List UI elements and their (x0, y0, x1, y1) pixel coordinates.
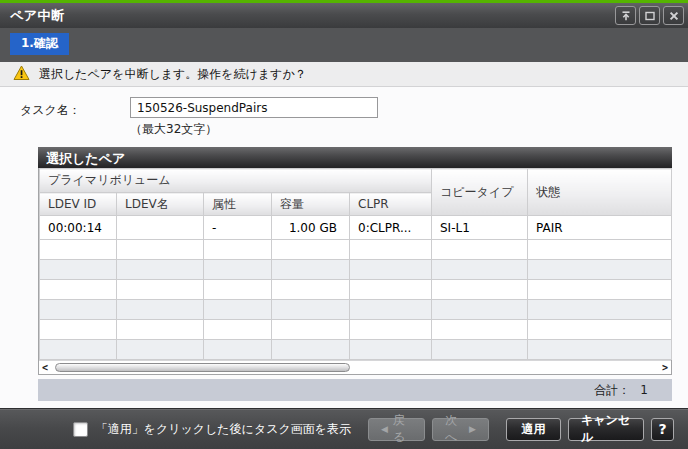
task-name-hint: （最大32文字） (130, 121, 378, 138)
cell-attribute: - (204, 216, 272, 240)
next-button-label: 次へ (445, 412, 464, 446)
task-name-label: タスク名： (20, 102, 130, 138)
back-button-label: 戻る (393, 412, 412, 446)
apply-button[interactable]: 適用 (506, 418, 561, 441)
warning-banner: 選択したペアを中断します。操作を続けますか？ (0, 62, 688, 87)
empty-table-row (40, 260, 672, 280)
cell-capacity: 1.00 GB (272, 216, 350, 240)
selected-pairs-table: 選択したペア プライマリボリューム コピータイプ 状態 LD (38, 147, 672, 401)
collapse-button[interactable] (615, 6, 636, 25)
scroll-right-icon[interactable]: > (659, 361, 671, 375)
warning-message: 選択したペアを中断します。操作を続けますか？ (39, 66, 307, 83)
pairs-table: プライマリボリューム コピータイプ 状態 LDEV ID LDEV名 属性 容量… (39, 168, 672, 360)
step-tab-confirm: 1.確認 (10, 33, 69, 55)
horizontal-scrollbar[interactable]: < > (39, 360, 671, 374)
cell-ldev-name (117, 216, 204, 240)
scrollbar-track[interactable] (51, 361, 659, 375)
scroll-left-icon[interactable]: < (39, 361, 51, 375)
empty-table-row (40, 320, 672, 340)
scrollbar-thumb[interactable] (55, 363, 350, 372)
column-header-ldev-name: LDEV名 (117, 193, 204, 216)
empty-table-row (40, 240, 672, 260)
table-title: 選択したペア (38, 147, 672, 168)
column-header-clpr: CLPR (350, 193, 432, 216)
show-task-screen-option: 「適用」をクリックした後にタスク画面を表示 (73, 421, 351, 438)
column-header-ldev-id: LDEV ID (40, 193, 117, 216)
close-icon (668, 10, 680, 22)
next-arrow-icon: ▶ (469, 424, 476, 434)
total-label: 合計： (594, 382, 630, 399)
show-task-screen-checkbox[interactable] (73, 422, 88, 437)
column-header-copy-type: コピータイプ (432, 169, 528, 216)
maximize-button[interactable] (639, 6, 660, 25)
cell-ldev-id: 00:00:14 (40, 216, 117, 240)
next-button[interactable]: 次へ ▶ (432, 418, 489, 441)
table-footer: 合計： 1 (38, 379, 672, 401)
action-bar: 「適用」をクリックした後にタスク画面を表示 ◀ 戻る 次へ ▶ 適用 キャンセル… (0, 408, 688, 449)
pair-suspend-dialog: ペア中断 1.確認 選択したペアを中断します (0, 0, 688, 449)
window-controls (615, 6, 684, 25)
cancel-button[interactable]: キャンセル (568, 418, 644, 441)
maximize-icon (644, 10, 656, 22)
task-name-field: （最大32文字） (130, 97, 378, 138)
task-name-input[interactable] (130, 97, 378, 118)
table-row[interactable]: 00:00:14 - 1.00 GB 0:CLPR... SI-L1 PAIR (40, 216, 672, 240)
empty-table-row (40, 300, 672, 320)
show-task-screen-label[interactable]: 「適用」をクリックした後にタスク画面を表示 (96, 421, 351, 438)
help-button[interactable]: ? (651, 418, 674, 441)
cell-clpr: 0:CLPR... (350, 216, 432, 240)
column-header-capacity: 容量 (272, 193, 350, 216)
task-name-row: タスク名： （最大32文字） (20, 97, 688, 138)
collapse-icon (620, 10, 632, 22)
back-button[interactable]: ◀ 戻る (368, 418, 425, 441)
dialog-title: ペア中断 (10, 7, 615, 25)
dialog-content: タスク名： （最大32文字） 選択したペア プライマリボリューム コピー (0, 87, 688, 408)
table-border: プライマリボリューム コピータイプ 状態 LDEV ID LDEV名 属性 容量… (38, 168, 672, 375)
column-header-status: 状態 (528, 169, 672, 216)
total-value: 1 (640, 383, 648, 397)
title-bar: ペア中断 (0, 3, 688, 28)
back-arrow-icon: ◀ (381, 424, 388, 434)
empty-table-row (40, 280, 672, 300)
cell-status: PAIR (528, 216, 672, 240)
warning-icon (13, 65, 30, 84)
column-header-attribute: 属性 (204, 193, 272, 216)
column-group-primary-volume: プライマリボリューム (40, 169, 432, 193)
step-bar: 1.確認 (0, 28, 688, 62)
empty-table-row (40, 340, 672, 360)
close-button[interactable] (663, 6, 684, 25)
cell-copy-type: SI-L1 (432, 216, 528, 240)
